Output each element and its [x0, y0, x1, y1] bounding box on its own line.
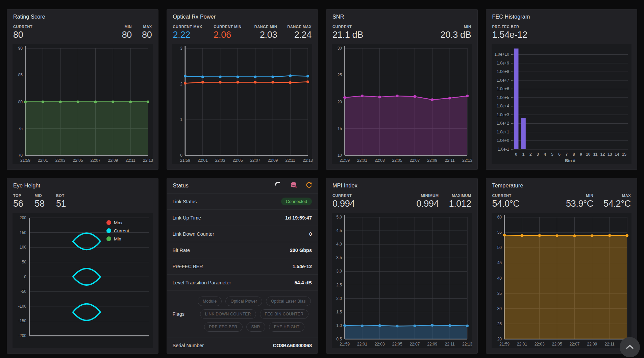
stat: MIN20.3 dB: [441, 25, 471, 40]
stat-label: CURRENT MAX: [173, 25, 202, 29]
svg-text:7: 7: [565, 152, 568, 157]
stat: TOP56: [13, 194, 23, 209]
dashboard: Rating Score CURRENT80MIN80MAX80 9085807…: [0, 0, 644, 358]
stats-left-group: CURRENT0.994: [332, 194, 355, 209]
panel-title[interactable]: SNR: [332, 14, 471, 20]
stat-label: CURRENT: [332, 194, 355, 198]
flag-pill-link-down-counter[interactable]: LINK DOWN COUNTER: [200, 309, 256, 319]
status-list: Link StatusConnectedLink Up Time1d 19:59…: [167, 193, 318, 353]
svg-text:200: 200: [20, 215, 26, 220]
svg-text:15: 15: [338, 126, 342, 131]
stats-right-group: RANGE MIN2.03RANGE MAX2.24: [254, 25, 312, 40]
stat-label: RANGE MIN: [254, 25, 277, 29]
svg-text:22:11: 22:11: [126, 158, 135, 163]
svg-text:22:05: 22:05: [392, 158, 402, 163]
svg-text:60: 60: [497, 215, 502, 220]
link-status-badge: Connected: [281, 198, 312, 205]
stat-value: 54.2°C: [603, 199, 631, 209]
svg-text:30: 30: [338, 46, 342, 51]
svg-text:1.0e+3: 1.0e+3: [496, 112, 509, 117]
datasource-error-icon[interactable]: [291, 182, 297, 190]
svg-text:50: 50: [22, 260, 27, 264]
svg-text:8: 8: [572, 152, 575, 157]
svg-text:22:01: 22:01: [197, 158, 207, 163]
stat-label: MIN: [441, 25, 471, 29]
panel-mpi-index: MPI Index CURRENT0.994MINIMUM0.994MAXIMU…: [326, 178, 478, 354]
stats-row: CURRENT21.1 dBMIN20.3 dB: [326, 20, 477, 40]
panel-title[interactable]: Rating Score: [13, 14, 152, 20]
stat-label: MAX: [142, 25, 152, 29]
stat-value: 53.9°C: [566, 199, 593, 209]
fec-histogram-chart[interactable]: 1.0e+101.0e+91.0e+81.0e+71.0e+61.0e+51.0…: [492, 44, 632, 164]
svg-text:70: 70: [18, 153, 23, 158]
svg-text:22:11: 22:11: [604, 342, 614, 347]
svg-text:22:01: 22:01: [357, 342, 367, 347]
svg-text:22:05: 22:05: [392, 342, 402, 347]
panel-title[interactable]: Status: [173, 183, 189, 189]
panel-title[interactable]: Optical Rx Power: [173, 14, 312, 20]
stat-value: 58: [34, 199, 44, 209]
flag-pill-pre-fec-ber[interactable]: PRE-FEC BER: [204, 322, 243, 332]
temperature-chart[interactable]: 60555045403530252021:5922:0122:0322:0522…: [492, 213, 632, 348]
panel-title[interactable]: Temperature: [492, 183, 631, 189]
svg-text:14: 14: [615, 152, 619, 157]
flag-pill-snr[interactable]: SNR: [246, 322, 265, 332]
flag-pill-fec-bin-counter[interactable]: FEC BIN COUNTER: [260, 309, 309, 319]
svg-text:21:59: 21:59: [499, 342, 509, 347]
status-row: Link StatusConnected: [167, 193, 318, 209]
svg-text:Min: Min: [114, 236, 121, 241]
svg-text:-150: -150: [18, 318, 26, 323]
stats-right-group: MINIMUM0.994MAXIMUM1.012: [416, 194, 471, 209]
panel-title[interactable]: Eye Height: [13, 183, 152, 189]
svg-text:22:11: 22:11: [445, 158, 455, 163]
svg-text:22:07: 22:07: [410, 158, 420, 163]
stat-label: BOT: [56, 194, 66, 198]
rating-score-chart[interactable]: 908580757021:5922:0122:0322:0522:0722:09…: [13, 44, 153, 164]
svg-text:22:13: 22:13: [302, 158, 312, 163]
svg-text:3.0: 3.0: [336, 269, 342, 274]
stat-label: MINIMUM: [416, 194, 439, 198]
svg-text:12: 12: [600, 152, 605, 157]
svg-text:22:13: 22:13: [462, 342, 472, 347]
stat-value: 80: [122, 30, 132, 40]
svg-text:1.0e-1: 1.0e-1: [497, 147, 509, 152]
mpi-index-chart[interactable]: 5.04.54.03.53.02.52.01.51.00.521:5922:01…: [332, 213, 472, 348]
panel-optical-rx-power: Optical Rx Power CURRENT MAX2.22CURRENT …: [167, 9, 318, 170]
svg-text:Current: Current: [114, 228, 129, 233]
flag-pill-optical-power[interactable]: Optical Power: [225, 297, 262, 306]
panel-title[interactable]: MPI Index: [332, 183, 471, 189]
panel-fec-histogram: FEC Histogram PRE-FEC BER1.54e-12 1.0e+1…: [486, 9, 638, 170]
eye-height-chart[interactable]: 200150100500-50-100-150-200MaxCurrentMin: [13, 213, 153, 348]
scroll-to-top-button[interactable]: [620, 337, 640, 357]
stat-value: 0.994: [416, 199, 439, 209]
status-row: Level Transition Parameter54.4 dB: [167, 274, 318, 290]
flag-pill-eye-height[interactable]: EYE HEIGHT: [269, 322, 305, 332]
flag-pill-optical-laser-bias[interactable]: Optical Laser Bias: [266, 297, 311, 306]
stat-label: MAX: [603, 194, 631, 198]
svg-text:0: 0: [180, 153, 182, 158]
optical-rx-power-chart[interactable]: 321021:5922:0122:0322:0522:0722:0922:112…: [172, 44, 313, 164]
svg-text:100: 100: [20, 245, 26, 250]
status-header-icons: [274, 181, 312, 190]
stat-value: 1.012: [449, 199, 471, 209]
stats-row: TOP56MID58BOT51: [7, 189, 158, 209]
stat-value: 2.22: [173, 30, 202, 40]
flag-pill-module[interactable]: Module: [198, 297, 222, 306]
stats-row: CURRENT80MIN80MAX80: [7, 20, 158, 40]
panel-title[interactable]: FEC Histogram: [492, 14, 631, 20]
stat: MAXIMUM1.012: [449, 194, 471, 209]
stat-value: 21.1 dB: [332, 30, 363, 40]
stat-label: RANGE MAX: [287, 25, 312, 29]
status-row-label: Link Up Time: [173, 215, 201, 221]
stat: MIN80: [122, 25, 132, 40]
svg-text:-200: -200: [18, 333, 26, 338]
stat-value: 2.24: [287, 30, 312, 40]
stat: MID58: [34, 194, 44, 209]
flag-row: PRE-FEC BERSNREYE HEIGHT: [204, 322, 305, 332]
stats-row: CURRENT MAX2.22CURRENT MIN2.06RANGE MIN2…: [167, 20, 318, 40]
snr-chart[interactable]: 302520151021:5922:0122:0322:0522:0722:09…: [332, 44, 472, 164]
refresh-icon[interactable]: [305, 182, 312, 190]
svg-text:22:05: 22:05: [73, 158, 83, 163]
svg-text:75: 75: [18, 126, 23, 131]
svg-text:1.0e+0: 1.0e+0: [496, 138, 509, 143]
